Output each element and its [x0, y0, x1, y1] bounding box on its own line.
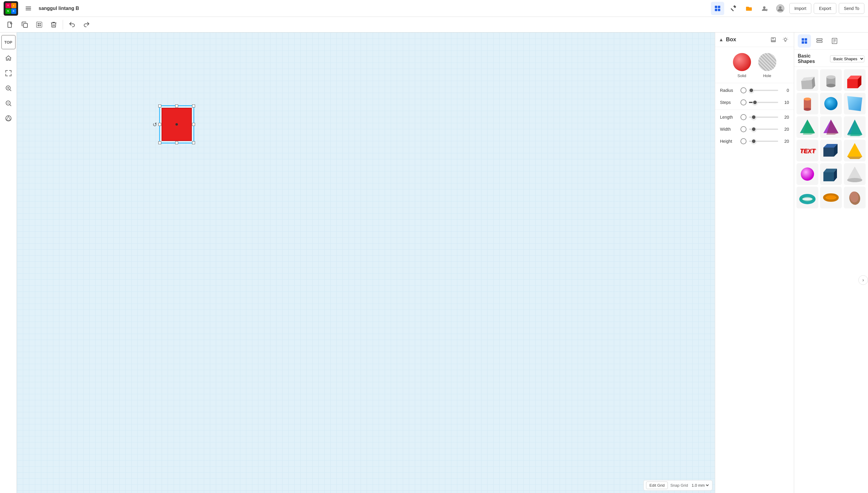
- props-save-button[interactable]: [768, 35, 778, 45]
- account-button[interactable]: [774, 2, 787, 15]
- svg-point-61: [824, 97, 837, 110]
- canvas-area[interactable]: ↺ Edit Grid Snap Grid 0.1 mm 0.5 mm 1.0 …: [17, 33, 715, 493]
- steps-label: Steps: [720, 100, 738, 105]
- menu-button[interactable]: [22, 2, 35, 15]
- copy-button[interactable]: [18, 18, 32, 31]
- shape-red-box-item[interactable]: [844, 69, 866, 91]
- shape-orange-donut[interactable]: [820, 187, 842, 208]
- toolbar: [0, 17, 868, 33]
- props-collapse-button[interactable]: ▲: [719, 37, 724, 42]
- shape-yellow-pyramid[interactable]: [844, 140, 866, 162]
- shapes-next-button[interactable]: ›: [859, 275, 868, 285]
- tab-list-button[interactable]: [813, 34, 826, 48]
- hole-circle: [758, 53, 776, 71]
- svg-rect-44: [817, 41, 822, 42]
- handle-bm[interactable]: [175, 141, 178, 144]
- length-slider[interactable]: [749, 116, 778, 118]
- group-button[interactable]: [33, 18, 46, 31]
- purple-pyramid-icon: [822, 118, 840, 136]
- svg-line-27: [9, 105, 11, 106]
- svg-rect-15: [23, 23, 27, 27]
- svg-point-59: [804, 98, 811, 101]
- height-circle-button[interactable]: [741, 138, 747, 144]
- hole-option[interactable]: Hole: [758, 53, 776, 78]
- svg-rect-2: [26, 9, 31, 10]
- orange-cylinder-icon: [799, 94, 816, 113]
- handle-rm[interactable]: [192, 123, 195, 126]
- shape-pink-sphere[interactable]: [796, 163, 818, 185]
- shape-brown-blob[interactable]: [844, 187, 866, 208]
- steps-circle-button[interactable]: [741, 100, 747, 105]
- width-slider[interactable]: [749, 129, 778, 130]
- delete-button[interactable]: [47, 18, 60, 31]
- handle-tr[interactable]: [192, 105, 195, 108]
- tab-grid-button[interactable]: [798, 34, 811, 48]
- new-button[interactable]: [4, 18, 17, 31]
- shape-orange-cylinder[interactable]: [796, 93, 818, 114]
- handle-bl[interactable]: [158, 141, 161, 144]
- shapes-tool-button[interactable]: [2, 112, 15, 125]
- svg-point-54: [826, 84, 835, 87]
- selection-border: [159, 105, 194, 143]
- hammer-button[interactable]: [727, 2, 740, 15]
- svg-point-76: [801, 168, 814, 181]
- zoom-in-button[interactable]: [2, 82, 15, 94]
- shape-white-cone[interactable]: [844, 163, 866, 185]
- handle-lm[interactable]: [158, 123, 161, 126]
- shape-purple-pyramid[interactable]: [820, 116, 842, 138]
- height-slider[interactable]: [749, 141, 778, 142]
- svg-rect-0: [26, 7, 31, 7]
- svg-rect-20: [40, 25, 41, 26]
- view-label[interactable]: TOP: [1, 35, 16, 49]
- gray-cylinder-icon: [822, 71, 840, 89]
- zoom-out-button[interactable]: [2, 97, 15, 110]
- undo-button[interactable]: [65, 18, 79, 31]
- tab-notes-button[interactable]: [828, 34, 841, 48]
- shape-gray-cylinder[interactable]: [820, 69, 842, 91]
- folder-button[interactable]: [742, 2, 755, 15]
- rotate-handle[interactable]: ↺: [153, 121, 157, 128]
- length-circle-button[interactable]: [741, 114, 747, 120]
- snap-grid-select[interactable]: 0.1 mm 0.5 mm 1.0 mm 2.0 mm 5.0 mm: [690, 483, 710, 488]
- handle-br[interactable]: [192, 141, 195, 144]
- svg-rect-3: [715, 6, 717, 8]
- canvas-object[interactable]: ↺: [162, 108, 192, 141]
- shape-dark-prism[interactable]: [820, 140, 842, 162]
- add-user-button[interactable]: [758, 2, 771, 15]
- svg-line-35: [787, 38, 787, 38]
- send-to-button[interactable]: Send To: [839, 3, 864, 14]
- shape-green-pyramid[interactable]: [796, 116, 818, 138]
- radius-slider[interactable]: [749, 90, 778, 91]
- app-logo[interactable]: T I N K: [4, 1, 18, 16]
- import-button[interactable]: Import: [789, 3, 812, 14]
- handle-tm[interactable]: [175, 105, 178, 108]
- shapes-category-select[interactable]: Basic Shapes Featured Letters: [830, 56, 864, 62]
- hammer-icon: [730, 5, 736, 12]
- shape-teal-torus[interactable]: [796, 187, 818, 208]
- shape-teal-shape[interactable]: [844, 116, 866, 138]
- menu-icon: [25, 5, 32, 12]
- shape-blue-swoosh[interactable]: [844, 93, 866, 114]
- svg-marker-74: [847, 143, 862, 157]
- shape-blue-sphere[interactable]: [820, 93, 842, 114]
- solid-option[interactable]: Solid: [733, 53, 751, 78]
- hole-label: Hole: [763, 73, 771, 78]
- home-view-button[interactable]: [2, 52, 15, 64]
- zoom-out-icon: [5, 100, 12, 107]
- export-button[interactable]: Export: [814, 3, 836, 14]
- shape-text-3d[interactable]: TEXT TEXT: [796, 140, 818, 162]
- handle-tl[interactable]: [158, 105, 161, 108]
- grid-view-button[interactable]: [711, 2, 724, 15]
- brown-blob-icon: [846, 189, 864, 207]
- redo-button[interactable]: [80, 18, 93, 31]
- shape-gray-box[interactable]: [796, 69, 818, 91]
- shapes-panel-title: Basic Shapes: [798, 53, 828, 64]
- radius-circle-button[interactable]: [741, 87, 747, 93]
- width-circle-button[interactable]: [741, 126, 747, 132]
- edit-grid-button[interactable]: Edit Grid: [646, 481, 668, 489]
- shape-dark-blue-box[interactable]: [820, 163, 842, 185]
- props-light-button[interactable]: [781, 35, 790, 45]
- fit-view-button[interactable]: [2, 67, 15, 80]
- steps-slider[interactable]: [749, 102, 778, 103]
- properties-panel: ▲ Box: [715, 33, 794, 493]
